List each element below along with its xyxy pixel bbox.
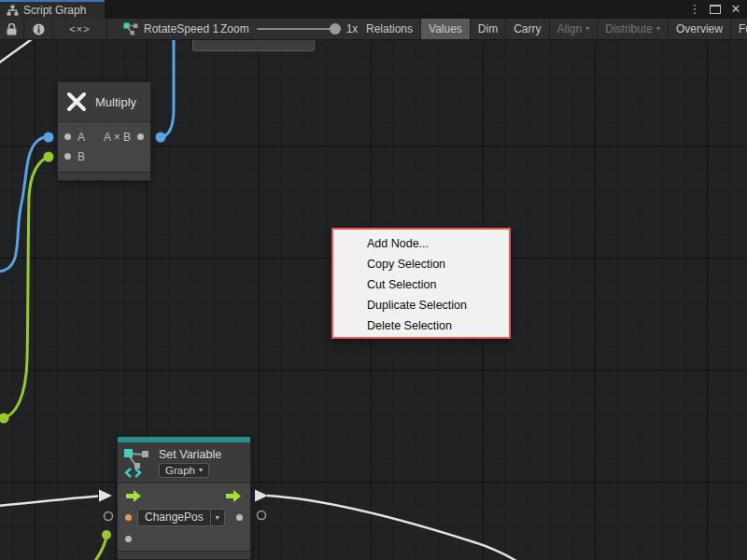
zoom-control: Zoom 1x <box>220 19 358 39</box>
multiply-title: Multiply <box>95 95 136 109</box>
carry-button[interactable]: Carry <box>506 19 549 39</box>
menu-item-cut-selection[interactable]: Cut Selection <box>333 274 509 295</box>
values-button[interactable]: Values <box>421 19 471 39</box>
context-menu: Add Node... Copy Selection Cut Selection… <box>331 228 511 339</box>
full-screen-button[interactable]: Full Screen <box>731 19 747 39</box>
relations-label: Relations <box>366 22 413 35</box>
set-variable-title: Set Variable <box>159 448 221 461</box>
maximize-icon[interactable] <box>710 5 721 14</box>
port-empty-right <box>258 511 266 520</box>
code-icon: <×> <box>69 23 90 35</box>
flow-in-arrow-icon[interactable] <box>126 490 142 502</box>
multiply-footer <box>58 172 150 180</box>
flow-arrow-out <box>255 490 268 502</box>
close-icon[interactable]: ✕ <box>728 0 743 19</box>
port-out-icon[interactable] <box>137 133 144 140</box>
zoom-value: 1x <box>346 22 359 35</box>
multiply-row-a: A A × B <box>58 127 150 147</box>
port-a-icon[interactable] <box>64 133 71 140</box>
values-label: Values <box>429 22 462 35</box>
port-b-icon[interactable] <box>64 153 71 160</box>
lock-button[interactable] <box>0 19 24 39</box>
full-screen-label: Full Screen <box>739 22 747 35</box>
port-dot-green-b <box>44 152 54 162</box>
carry-label: Carry <box>514 22 541 35</box>
flow-arrow-in <box>99 490 112 502</box>
port-dot-green-setvar <box>102 530 111 539</box>
popup-remnant <box>192 38 315 51</box>
wire-white-topleft <box>0 40 32 63</box>
dim-label: Dim <box>478 22 498 35</box>
wire-blue-input <box>0 137 49 272</box>
set-variable-body: ChangePos ▾ <box>118 483 250 551</box>
chevron-down-icon: ▾ <box>656 25 660 33</box>
align-label: Align <box>557 22 583 35</box>
chevron-down-icon: ▾ <box>585 25 589 33</box>
wire-white-flow-in <box>0 497 98 507</box>
menu-item-add-node[interactable]: Add Node... <box>333 233 509 254</box>
lock-icon <box>7 23 17 35</box>
zoom-slider[interactable] <box>257 28 339 30</box>
wire-white-flow-out <box>267 496 516 560</box>
port-dot-blue-a <box>44 133 54 143</box>
breadcrumb-label: RotateSpeed 1 <box>144 22 218 35</box>
menu-item-delete-selection[interactable]: Delete Selection <box>333 315 509 336</box>
node-multiply[interactable]: Multiply A A × B B <box>57 81 151 181</box>
scope-dropdown-label: Graph <box>165 465 195 476</box>
var-out-port-icon[interactable] <box>236 514 243 521</box>
scope-dropdown[interactable]: Graph ▾ <box>159 463 209 478</box>
var-name-port-icon[interactable] <box>125 514 132 521</box>
window-controls: ⋮ ✕ <box>687 0 743 19</box>
multiply-row-b: B <box>58 147 150 166</box>
align-button[interactable]: Align ▾ <box>550 19 599 39</box>
distribute-label: Distribute <box>605 22 653 35</box>
tab-label: Script Graph <box>23 4 86 17</box>
distribute-button[interactable]: Distribute ▾ <box>598 19 669 39</box>
chevron-down-icon: ▾ <box>210 510 224 525</box>
node-set-variable[interactable]: Set Variable Graph ▾ ChangePos ▾ <box>117 436 251 560</box>
set-variable-footer <box>118 551 250 560</box>
menu-item-duplicate-selection[interactable]: Duplicate Selection <box>333 295 509 315</box>
tab-script-graph[interactable]: Script Graph <box>0 0 105 19</box>
port-b-label: B <box>78 150 85 163</box>
multiply-header[interactable]: Multiply <box>58 82 150 122</box>
dim-button[interactable]: Dim <box>471 19 506 39</box>
overview-button[interactable]: Overview <box>669 19 731 39</box>
set-variable-flow-row <box>118 483 250 508</box>
menu-item-copy-selection[interactable]: Copy Selection <box>333 254 509 274</box>
variable-dropdown[interactable]: ChangePos ▾ <box>137 509 225 526</box>
port-dot-blue-out <box>156 133 166 143</box>
port-dot-green-edge <box>0 413 9 424</box>
script-graph-icon <box>7 5 19 16</box>
code-preview-button[interactable]: <×> <box>53 19 107 39</box>
set-variable-icon <box>123 448 153 478</box>
set-variable-header[interactable]: Set Variable Graph ▾ <box>118 442 250 483</box>
flow-out-arrow-icon[interactable] <box>226 490 242 502</box>
multiply-body: A A × B B <box>58 122 150 172</box>
graph-toolbar: <×> RotateSpeed 1 Zoom 1x Relations Valu… <box>0 19 747 40</box>
wire-blue-output <box>161 40 174 137</box>
info-button[interactable] <box>24 19 53 39</box>
value-port-icon[interactable] <box>125 536 132 542</box>
kebab-menu-icon[interactable]: ⋮ <box>687 0 702 19</box>
chevron-down-icon: ▾ <box>199 467 203 474</box>
port-empty-left <box>105 512 113 521</box>
port-a-label: A <box>78 131 85 144</box>
relations-button[interactable]: Relations <box>359 19 421 39</box>
info-icon <box>33 23 45 35</box>
overview-label: Overview <box>676 22 723 35</box>
variable-dropdown-label: ChangePos <box>138 510 210 525</box>
zoom-slider-thumb[interactable] <box>330 23 341 35</box>
wire-green-bottom <box>95 536 106 560</box>
breadcrumb[interactable]: RotateSpeed 1 <box>123 19 218 39</box>
set-variable-value-row <box>118 526 250 551</box>
port-out-label: A × B <box>104 131 131 144</box>
toolbar-buttons: Relations Values Dim Carry Align ▾ Distr… <box>359 19 747 39</box>
zoom-label: Zoom <box>220 22 249 35</box>
title-bar: Script Graph ⋮ ✕ <box>0 0 747 19</box>
multiply-x-icon <box>66 91 87 112</box>
set-variable-var-row: ChangePos ▾ <box>118 508 250 526</box>
wire-green-input <box>4 157 49 418</box>
graph-breadcrumb-icon <box>123 22 138 35</box>
